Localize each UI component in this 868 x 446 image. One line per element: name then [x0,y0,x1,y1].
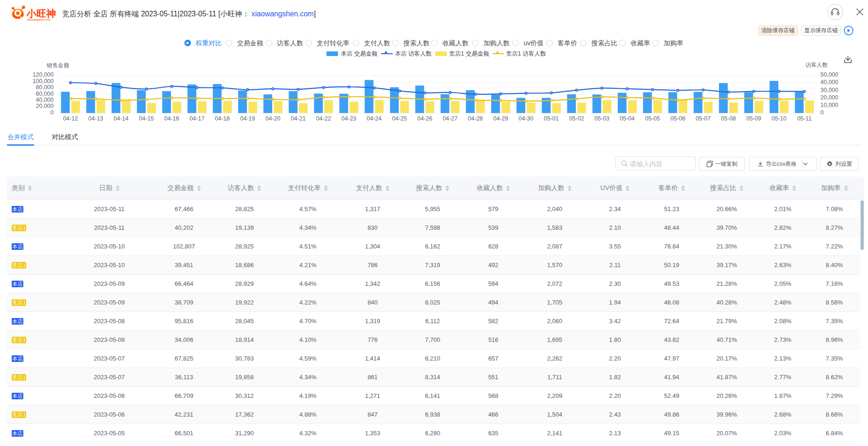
svg-text:04-29: 04-29 [493,115,508,122]
svg-text:04-21: 04-21 [291,115,306,122]
svg-text:04-25: 04-25 [392,115,407,122]
svg-text:04-24: 04-24 [367,115,381,122]
svg-text:40,000: 40,000 [820,79,838,85]
svg-text:20,000: 20,000 [820,94,838,101]
svg-text:04-22: 04-22 [316,115,331,122]
svg-text:05-04: 05-04 [620,115,635,122]
svg-text:05-06: 05-06 [670,115,685,122]
svg-text:100,000: 100,000 [33,78,54,85]
svg-text:05-05: 05-05 [645,115,660,122]
svg-text:40,000: 40,000 [36,97,54,103]
svg-text:50,000: 50,000 [820,71,838,78]
svg-text:04-20: 04-20 [266,115,281,122]
svg-text:xiaowangshen.com: xiaowangshen.com [27,18,50,21]
svg-text:05-09: 05-09 [746,115,761,122]
svg-text:04-15: 04-15 [139,115,154,122]
svg-text:20,000: 20,000 [36,103,54,109]
svg-text:小旺神: 小旺神 [26,8,56,19]
svg-text:120,000: 120,000 [33,71,54,78]
svg-text:0: 0 [820,109,824,116]
svg-text:05-07: 05-07 [696,115,711,122]
svg-text:05-01: 05-01 [544,115,559,122]
svg-text:04-30: 04-30 [519,115,534,122]
svg-text:0: 0 [50,109,54,116]
svg-text:04-17: 04-17 [190,115,205,122]
svg-text:05-11: 05-11 [797,115,812,122]
svg-text:04-26: 04-26 [417,115,432,122]
svg-text:04-23: 04-23 [341,115,356,122]
svg-text:04-18: 04-18 [215,115,230,122]
svg-text:04-19: 04-19 [240,115,255,122]
svg-text:04-28: 04-28 [468,115,483,122]
svg-text:05-10: 05-10 [772,115,787,122]
svg-text:05-08: 05-08 [721,115,736,122]
svg-text:30,000: 30,000 [820,87,838,93]
svg-text:访客人数: 访客人数 [805,62,828,68]
svg-text:80,000: 80,000 [36,84,54,91]
svg-text:04-27: 04-27 [443,115,458,122]
svg-text:60,000: 60,000 [36,91,54,97]
svg-text:04-14: 04-14 [113,115,128,122]
svg-text:04-12: 04-12 [63,115,78,122]
svg-text:04-16: 04-16 [164,115,179,122]
svg-text:10,000: 10,000 [820,102,838,108]
svg-text:05-03: 05-03 [594,115,609,122]
svg-text:销售金额: 销售金额 [46,62,69,69]
svg-text:05-02: 05-02 [569,115,584,122]
svg-text:04-13: 04-13 [88,115,103,122]
